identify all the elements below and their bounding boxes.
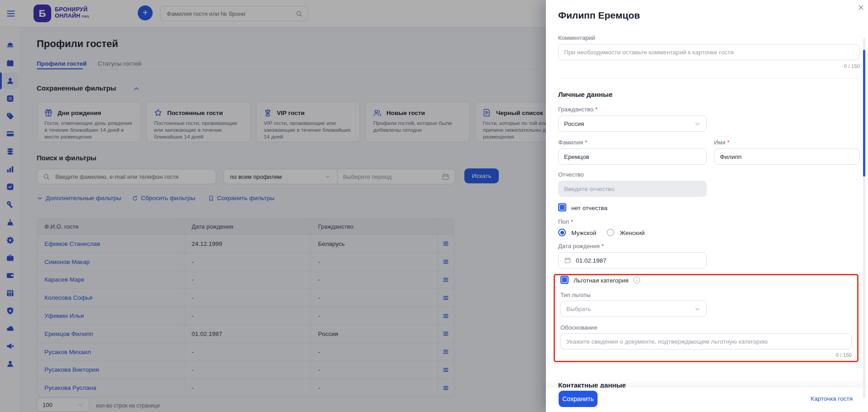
guest-name-link[interactable]: Карасев Марк: [44, 276, 84, 283]
save-button[interactable]: Сохранить: [559, 391, 598, 407]
saved-filter-card[interactable]: Постоянные гости Постоянные гости, прожи…: [146, 101, 251, 142]
birth-date-cell: -: [184, 289, 311, 307]
row-menu-icon[interactable]: [442, 276, 449, 283]
benefit-category-label[interactable]: Льготная категория: [574, 277, 628, 284]
row-actions-cell: [438, 271, 454, 289]
sidebar-item-tasks[interactable]: [6, 182, 14, 191]
user-icon: [6, 77, 14, 85]
sidebar-item-bookings-calendar[interactable]: [6, 59, 14, 67]
row-menu-icon[interactable]: [442, 330, 449, 337]
sidebar-item-front-desk[interactable]: [6, 41, 14, 50]
table-row: Уфимин Илья - -: [37, 307, 454, 325]
additional-filters-link[interactable]: Дополнительные фильтры: [37, 195, 121, 201]
citizenship-cell: -: [311, 307, 438, 325]
row-menu-icon[interactable]: [442, 312, 449, 320]
citizenship-cell: -: [311, 361, 438, 379]
row-menu-icon[interactable]: [442, 384, 449, 392]
row-menu-icon[interactable]: [442, 240, 449, 247]
period-picker[interactable]: Выберите период: [338, 169, 455, 184]
comment-input[interactable]: [558, 44, 860, 60]
benefit-category-checkbox[interactable]: [560, 276, 569, 284]
gender-female-label[interactable]: Женский: [620, 230, 645, 236]
gender-female-radio[interactable]: [607, 229, 614, 236]
gender-male-label[interactable]: Мужской: [571, 230, 596, 236]
scope-value: по всем профилям: [230, 173, 282, 180]
sidebar-item-discounts[interactable]: [6, 94, 14, 103]
reset-filters-link[interactable]: Сбросить фильтры: [132, 195, 195, 201]
guest-name-link[interactable]: Симонов Макар: [44, 259, 90, 265]
benefit-reason-counter: 0 / 150: [560, 352, 852, 358]
citizenship-select[interactable]: Россия: [558, 115, 707, 132]
sidebar-item-finance[interactable]: [6, 147, 14, 156]
chevron-up-icon[interactable]: [133, 86, 140, 92]
guest-name-cell: Русакова Виктория: [37, 361, 184, 379]
page-size-select[interactable]: 100: [37, 398, 89, 412]
guest-name-cell: Симонов Макар: [37, 253, 184, 271]
sidebar-item-staff[interactable]: [6, 359, 14, 368]
middlename-input: [558, 181, 707, 197]
save-filters-link[interactable]: Сохранить фильтры: [208, 195, 275, 201]
guest-search-input[interactable]: [54, 169, 211, 184]
sidebar-item-settings[interactable]: [6, 236, 14, 244]
info-icon[interactable]: i: [633, 277, 640, 283]
menu-burger-icon[interactable]: [6, 9, 15, 17]
saved-filter-card[interactable]: Новые гости Профили гостей, которые были…: [366, 101, 470, 142]
row-menu-icon[interactable]: [442, 348, 449, 355]
no-middlename-label[interactable]: нет отчества: [571, 205, 608, 211]
saved-filter-card[interactable]: Дни рождения Гости, отмечающие день рожд…: [37, 101, 141, 142]
gender-male-radio[interactable]: [558, 229, 566, 236]
sidebar-item-channel-manager[interactable]: [6, 324, 14, 333]
citizenship-label: Гражданство: [558, 106, 598, 113]
sidebar-item-registry[interactable]: [6, 289, 14, 297]
guest-name-link[interactable]: Русаков Михаил: [44, 349, 91, 355]
sidebar-item-inventory[interactable]: [6, 254, 14, 262]
row-menu-icon[interactable]: [442, 366, 449, 374]
sidebar-item-reports[interactable]: [6, 165, 14, 173]
comment-label: Комментарий: [558, 34, 595, 41]
lastname-input[interactable]: [558, 149, 707, 165]
guest-name-link[interactable]: Русакова Руслана: [44, 384, 96, 391]
row-menu-icon[interactable]: [442, 258, 449, 265]
sidebar-item-loyalty[interactable]: [6, 307, 14, 315]
citizenship-cell: -: [311, 379, 438, 397]
row-menu-icon[interactable]: [442, 294, 449, 302]
benefit-type-select[interactable]: Выбрать: [560, 301, 707, 317]
saved-filter-card[interactable]: VIP гости VIP гости, проживающие или зае…: [256, 101, 360, 142]
close-icon[interactable]: [858, 4, 864, 11]
sidebar-item-wallet[interactable]: [6, 271, 14, 280]
search-scope-select[interactable]: по всем профилям: [223, 169, 338, 184]
search-button[interactable]: Искать: [464, 168, 499, 183]
sidebar-item-guests[interactable]: [6, 77, 14, 85]
guest-name-link[interactable]: Колесова Софья: [44, 294, 92, 301]
sidebar-item-services[interactable]: [6, 200, 14, 209]
birthdate-input[interactable]: 01.02.1987: [558, 252, 707, 268]
tab-guest-statuses[interactable]: Статусы гостей: [98, 60, 141, 67]
row-actions-cell: [438, 289, 454, 307]
logo-icon[interactable]: Б: [34, 5, 51, 22]
logo-line1: БРОНИРУЙ: [55, 6, 89, 13]
citizenship-cell: -: [311, 253, 438, 271]
tab-guest-profiles[interactable]: Профили гостей: [37, 60, 87, 67]
scrollbar-thumb[interactable]: [863, 50, 865, 177]
birth-date-cell: -: [184, 271, 311, 289]
sidebar-active-indicator: [0, 72, 2, 89]
global-search-input[interactable]: [166, 6, 293, 21]
benefit-reason-input[interactable]: [560, 333, 852, 350]
guest-name-link[interactable]: Русакова Виктория: [44, 366, 99, 373]
guest-name-link[interactable]: Ефимов Станислав: [44, 240, 100, 247]
sidebar-item-payments[interactable]: [6, 129, 14, 138]
birth-date-cell: 24.12.1999: [184, 235, 311, 253]
sidebar-item-tariffs[interactable]: [6, 112, 14, 120]
benefit-type-placeholder: Выбрать: [566, 306, 591, 312]
no-middlename-checkbox[interactable]: [558, 203, 566, 211]
guest-name-link[interactable]: Еремцов Филипп: [44, 331, 93, 337]
reset-filters-label: Сбросить фильтры: [141, 195, 195, 201]
column-header-actions: [438, 219, 454, 235]
firstname-input[interactable]: [714, 149, 860, 165]
guest-card-link[interactable]: Карточка гостя: [810, 395, 853, 402]
guest-name-link[interactable]: Уфимин Илья: [44, 312, 84, 319]
add-button[interactable]: +: [138, 5, 153, 20]
sidebar-item-marketing[interactable]: [6, 342, 14, 350]
guest-name-cell: Русакова Руслана: [37, 379, 184, 397]
sidebar-item-housekeeping[interactable]: [6, 218, 14, 227]
